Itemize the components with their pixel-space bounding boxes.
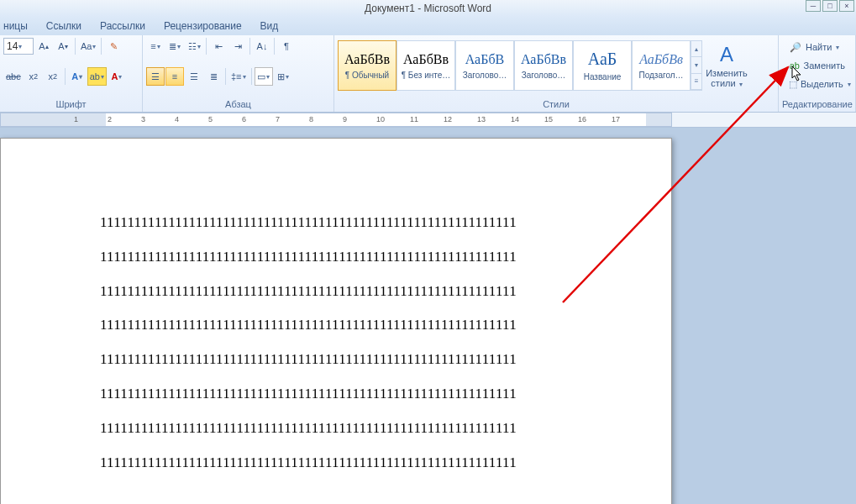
font-group: 14▾ A▴ A▾ Aa▾ ✎ abc x2 x2 A▾ ab▾ A▾ Шриф… <box>0 35 143 112</box>
change-case-button[interactable]: Aa▾ <box>78 37 98 55</box>
group-label: Стили <box>338 97 775 110</box>
document-line[interactable]: 1111111111111111111111111111111111111111… <box>100 240 612 275</box>
ribbon: 14▾ A▴ A▾ Aa▾ ✎ abc x2 x2 A▾ ab▾ A▾ Шриф… <box>0 35 856 113</box>
change-styles-button[interactable]: A Изменить стили ▾ <box>702 37 751 94</box>
document-page[interactable]: 1111111111111111111111111111111111111111… <box>0 138 672 504</box>
superscript-button[interactable]: x2 <box>44 67 62 86</box>
tab-item[interactable]: Рассылки <box>100 20 145 32</box>
styles-group: АаБбВв¶ Обычный АаБбВв¶ Без инте… АаБбВЗ… <box>334 35 779 112</box>
horizontal-ruler[interactable]: 1234567891011121314151617 <box>0 113 856 128</box>
align-right-button[interactable]: ☰ <box>185 67 203 86</box>
tab-item[interactable]: Ссылки <box>46 20 81 32</box>
grow-font-button[interactable]: A▴ <box>34 37 53 55</box>
group-label: Шрифт <box>3 97 139 110</box>
maximize-button[interactable]: □ <box>822 0 838 12</box>
editing-group: 🔎Найти▾ abЗаменить ⬚Выделить▾ Редактиров… <box>779 35 856 112</box>
paragraph-group: ≡▾ ≣▾ ☷▾ ⇤ ⇥ A↓ ¶ ☰ ≡ ☰ ≣ ‡≡▾ ▭▾ ⊞▾ Абза… <box>143 35 334 112</box>
align-center-button[interactable]: ≡ <box>165 67 184 86</box>
shading-button[interactable]: ▭▾ <box>255 67 273 86</box>
style-item[interactable]: АаБбВв¶ Без инте… <box>396 40 455 91</box>
ribbon-tabs: ницы Ссылки Рассылки Рецензирование Вид <box>0 17 856 35</box>
tab-item[interactable]: ницы <box>3 20 28 32</box>
show-marks-button[interactable]: ¶ <box>277 37 296 55</box>
group-label: Редактирование <box>782 97 852 110</box>
document-body[interactable]: 1111111111111111111111111111111111111111… <box>100 206 612 480</box>
document-line[interactable]: 1111111111111111111111111111111111111111… <box>100 377 612 412</box>
shrink-font-button[interactable]: A▾ <box>54 37 72 55</box>
change-styles-icon: A <box>720 43 733 66</box>
window-title: Документ1 - Microsoft Word <box>365 3 491 14</box>
document-line[interactable]: 1111111111111111111111111111111111111111… <box>100 446 612 480</box>
style-item[interactable]: АаБбВвЗаголово… <box>514 40 573 91</box>
document-line[interactable]: 1111111111111111111111111111111111111111… <box>100 308 612 343</box>
justify-button[interactable]: ≣ <box>204 67 223 86</box>
group-label: Абзац <box>146 97 330 110</box>
text-effects-button[interactable]: A▾ <box>68 67 87 86</box>
minimize-button[interactable]: ─ <box>806 0 821 12</box>
select-icon: ⬚ <box>789 79 797 90</box>
replace-icon: ab <box>789 60 801 71</box>
multilevel-button[interactable]: ☷▾ <box>185 37 203 55</box>
borders-button[interactable]: ⊞▾ <box>274 67 292 86</box>
find-button[interactable]: 🔎Найти▾ <box>785 39 848 55</box>
clear-formatting-button[interactable]: ✎ <box>104 37 123 55</box>
replace-button[interactable]: abЗаменить <box>785 57 848 74</box>
window-controls: ─ □ × <box>806 0 854 12</box>
title-bar: Документ1 - Microsoft Word ─ □ × <box>0 0 856 17</box>
close-button[interactable]: × <box>839 0 854 12</box>
highlight-button[interactable]: ab▾ <box>87 67 107 86</box>
document-line[interactable]: 1111111111111111111111111111111111111111… <box>100 275 612 309</box>
document-line[interactable]: 1111111111111111111111111111111111111111… <box>100 206 612 240</box>
font-size-combo[interactable]: 14▾ <box>3 38 34 55</box>
line-spacing-button[interactable]: ‡≡▾ <box>228 67 249 86</box>
select-button[interactable]: ⬚Выделить▾ <box>785 76 848 92</box>
document-line[interactable]: 1111111111111111111111111111111111111111… <box>100 343 612 377</box>
style-item[interactable]: АаБбВвПодзагол… <box>632 40 691 91</box>
decrease-indent-button[interactable]: ⇤ <box>209 37 228 55</box>
binoculars-icon: 🔎 <box>789 42 802 53</box>
style-item[interactable]: АаБНазвание <box>573 40 632 91</box>
tab-item[interactable]: Рецензирование <box>164 20 242 32</box>
gallery-scroll[interactable]: ▴▾≡ <box>691 40 702 91</box>
tab-item[interactable]: Вид <box>260 20 279 32</box>
bullets-button[interactable]: ≡▾ <box>146 37 165 55</box>
workspace: 1234567891011121314151617 11111111111111… <box>0 113 856 504</box>
style-item[interactable]: АаБбВв¶ Обычный <box>338 40 396 91</box>
numbering-button[interactable]: ≣▾ <box>165 37 184 55</box>
sort-button[interactable]: A↓ <box>253 37 271 55</box>
align-left-button[interactable]: ☰ <box>146 67 165 86</box>
document-line[interactable]: 1111111111111111111111111111111111111111… <box>100 412 612 446</box>
strike-button[interactable]: abc <box>3 67 24 86</box>
style-item[interactable]: АаБбВЗаголово… <box>455 40 514 91</box>
styles-gallery: АаБбВв¶ Обычный АаБбВв¶ Без инте… АаБбВЗ… <box>338 37 775 94</box>
subscript-button[interactable]: x2 <box>24 67 43 86</box>
font-color-button[interactable]: A▾ <box>108 67 126 86</box>
increase-indent-button[interactable]: ⇥ <box>228 37 247 55</box>
